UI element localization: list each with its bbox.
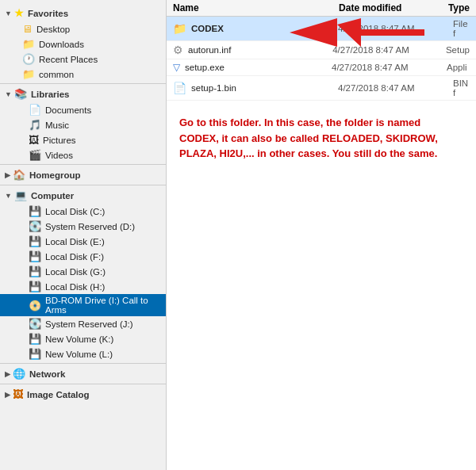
sidebar-item-videos[interactable]: 🎬 Videos <box>0 147 166 162</box>
file-name-codex: CODEX <box>191 24 338 33</box>
favorites-label: Favorites <box>28 9 68 18</box>
sidebar-item-downloads-label: Downloads <box>39 40 84 49</box>
homegroup-label: Homegroup <box>29 170 81 180</box>
file-row-setup[interactable]: ▽ setup.exe 4/27/2018 8:47 AM Appli <box>167 59 476 76</box>
computer-header[interactable]: ▼ 💻 Computer <box>0 187 166 204</box>
sidebar-item-common[interactable]: 📁 common <box>0 67 166 82</box>
libraries-icon: 📚 <box>14 88 27 100</box>
col-date-header: Date modified <box>339 2 448 13</box>
main-content: Name Date modified Type 📁 CODEX 4/27/201… <box>167 0 476 470</box>
localg-icon: 💾 <box>29 266 41 277</box>
sidebar-item-newl[interactable]: 💾 New Volume (L:) <box>0 346 166 361</box>
imagecatalog-section: ▶ 🖼 Image Catalog <box>0 386 166 403</box>
file-row-setupbin[interactable]: 📄 setup-1.bin 4/27/2018 8:47 AM BIN f <box>167 76 476 101</box>
divider-5 <box>0 384 166 384</box>
homegroup-icon: 🏠 <box>13 169 25 181</box>
downloads-icon: 📁 <box>22 38 35 50</box>
col-type-header: Type <box>448 2 470 13</box>
localf-icon: 💾 <box>29 250 41 262</box>
sidebar-item-documents[interactable]: 📄 Documents <box>0 102 166 117</box>
sidebar-item-documents-label: Documents <box>45 105 91 115</box>
file-date-setup: 4/27/2018 8:47 AM <box>332 63 447 72</box>
sidebar-item-bdrom[interactable]: 📀 BD-ROM Drive (I:) Call to Arms <box>0 294 166 316</box>
sidebar-item-desktop[interactable]: 🖥 Desktop <box>0 21 166 36</box>
file-type-setup: Appli <box>447 63 470 72</box>
sidebar-item-recent[interactable]: 🕐 Recent Places <box>0 52 166 67</box>
homegroup-header[interactable]: ▶ 🏠 Homegroup <box>0 166 166 183</box>
sidebar-item-localc[interactable]: 💾 Local Disk (C:) <box>0 204 166 219</box>
libraries-section: ▼ 📚 Libraries 📄 Documents 🎵 Music 🖼 Pict… <box>0 86 166 162</box>
network-icon: 🌐 <box>13 368 25 380</box>
libraries-header[interactable]: ▼ 📚 Libraries <box>0 86 166 102</box>
sidebar-item-common-label: common <box>39 70 74 79</box>
file-area: 📁 CODEX 4/27/2018 8:47 AM File f ⚙ autor… <box>167 17 476 101</box>
file-type-codex: File f <box>453 19 470 38</box>
sidebar-item-localf[interactable]: 💾 Local Disk (F:) <box>0 249 166 264</box>
sidebar-item-localf-label: Local Disk (F:) <box>45 252 104 262</box>
setup-icon: ▽ <box>173 62 180 73</box>
file-name-autorun: autorun.inf <box>188 45 332 55</box>
sidebar-item-systemj-label: System Reserved (J:) <box>45 319 133 329</box>
sidebar-item-newk-label: New Volume (K:) <box>45 334 113 344</box>
sidebar-item-desktop-label: Desktop <box>36 25 70 34</box>
divider-4 <box>0 363 166 364</box>
sidebar-item-pictures-label: Pictures <box>43 136 76 145</box>
sidebar-item-newk[interactable]: 💾 New Volume (K:) <box>0 331 166 346</box>
sidebar-item-pictures[interactable]: 🖼 Pictures <box>0 132 166 147</box>
sidebar: ▼ ★ Favorites 🖥 Desktop 📁 Downloads 🕐 Re… <box>0 0 167 470</box>
imagecatalog-header[interactable]: ▶ 🖼 Image Catalog <box>0 386 166 403</box>
sidebar-item-locale[interactable]: 💾 Local Disk (E:) <box>0 234 166 249</box>
network-section: ▶ 🌐 Network <box>0 365 166 382</box>
sidebar-item-systemd-label: System Reserved (D:) <box>45 222 135 231</box>
bdrom-icon: 📀 <box>29 300 41 311</box>
favorites-arrow: ▼ <box>5 10 12 17</box>
systemd-icon: 💽 <box>29 220 41 232</box>
instruction-text: Go to this folder. In this case, the fol… <box>167 101 460 176</box>
videos-icon: 🎬 <box>29 149 41 161</box>
sidebar-item-localc-label: Local Disk (C:) <box>45 207 105 216</box>
favorites-section: ▼ ★ Favorites 🖥 Desktop 📁 Downloads 🕐 Re… <box>0 5 166 82</box>
file-list-header: Name Date modified Type <box>167 0 476 17</box>
divider-2 <box>0 164 166 165</box>
documents-icon: 📄 <box>29 104 41 116</box>
newk-icon: 💾 <box>29 333 41 345</box>
imagecatalog-arrow: ▶ <box>5 391 10 399</box>
autorun-icon: ⚙ <box>173 44 183 56</box>
divider-1 <box>0 83 166 84</box>
file-type-setupbin: BIN f <box>453 78 470 97</box>
col-name-header: Name <box>173 2 339 13</box>
file-name-setup: setup.exe <box>185 63 332 72</box>
file-type-autorun: Setup <box>446 45 470 55</box>
codex-folder-icon: 📁 <box>173 22 186 35</box>
sidebar-item-systemj[interactable]: 💽 System Reserved (J:) <box>0 316 166 331</box>
file-row-codex[interactable]: 📁 CODEX 4/27/2018 8:47 AM File f <box>167 17 476 41</box>
sidebar-item-music[interactable]: 🎵 Music <box>0 117 166 132</box>
sidebar-item-systemd[interactable]: 💽 System Reserved (D:) <box>0 219 166 234</box>
sidebar-item-localg[interactable]: 💾 Local Disk (G:) <box>0 264 166 279</box>
sidebar-item-downloads[interactable]: 📁 Downloads <box>0 36 166 52</box>
sidebar-item-localg-label: Local Disk (G:) <box>45 267 106 277</box>
recent-icon: 🕐 <box>22 53 35 65</box>
libraries-arrow: ▼ <box>5 90 12 98</box>
sidebar-item-bdrom-label: BD-ROM Drive (I:) Call to Arms <box>45 296 161 315</box>
sidebar-item-recent-label: Recent Places <box>39 55 98 64</box>
imagecatalog-label: Image Catalog <box>27 390 90 399</box>
file-date-setupbin: 4/27/2018 8:47 AM <box>338 83 453 93</box>
network-label: Network <box>29 369 65 379</box>
computer-label: Computer <box>31 191 74 201</box>
desktop-icon: 🖥 <box>22 23 33 35</box>
sidebar-item-localh[interactable]: 💾 Local Disk (H:) <box>0 279 166 294</box>
libraries-label: Libraries <box>31 90 70 99</box>
network-arrow: ▶ <box>5 370 10 378</box>
favorites-header[interactable]: ▼ ★ Favorites <box>0 5 166 21</box>
file-row-autorun[interactable]: ⚙ autorun.inf 4/27/2018 8:47 AM Setup <box>167 41 476 59</box>
sidebar-item-localh-label: Local Disk (H:) <box>45 282 105 292</box>
systemj-icon: 💽 <box>29 318 41 330</box>
sidebar-item-newl-label: New Volume (L:) <box>45 350 113 359</box>
homegroup-section: ▶ 🏠 Homegroup <box>0 166 166 183</box>
favorites-icon: ★ <box>14 7 24 19</box>
file-date-autorun: 4/27/2018 8:47 AM <box>332 45 446 55</box>
sidebar-item-videos-label: Videos <box>45 151 73 160</box>
instruction-content: Go to this folder. In this case, the fol… <box>179 117 438 159</box>
network-header[interactable]: ▶ 🌐 Network <box>0 365 166 382</box>
